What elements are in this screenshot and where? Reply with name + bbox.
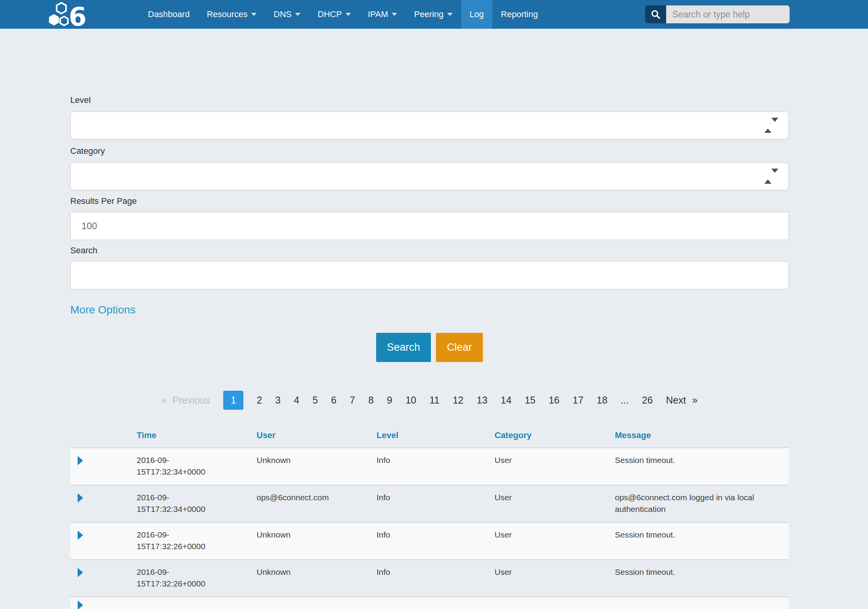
pagination-ellipsis: ... bbox=[621, 395, 629, 406]
nav-item-dns[interactable]: DNS bbox=[265, 0, 309, 29]
cell-user: Unknown bbox=[257, 523, 377, 559]
top-navbar: 6 DashboardResourcesDNSDHCPIPAMPeeringLo… bbox=[0, 0, 868, 29]
pagination: « Previous 123456789101112131415161718 .… bbox=[70, 390, 789, 410]
next-arrow-icon: » bbox=[692, 395, 698, 406]
expand-cell bbox=[70, 448, 137, 485]
log-page: Level Category Results Per Page Search M… bbox=[0, 96, 789, 609]
next-label: Next bbox=[666, 395, 686, 406]
expand-row-icon[interactable] bbox=[78, 531, 83, 540]
pagination-page-2[interactable]: 2 bbox=[257, 395, 262, 406]
cell-level: Info bbox=[377, 560, 495, 597]
pagination-page-12[interactable]: 12 bbox=[453, 395, 464, 406]
cell-level: Info bbox=[377, 448, 495, 485]
pagination-next[interactable]: Next » bbox=[666, 395, 698, 406]
expand-cell bbox=[70, 523, 137, 559]
cell-message: ops@6connect.com logged in via local aut… bbox=[615, 485, 789, 522]
nav-item-peering[interactable]: Peering bbox=[406, 0, 461, 29]
expand-row-icon[interactable] bbox=[78, 456, 83, 465]
cell-level: Info bbox=[377, 523, 495, 559]
cell-message: Session timeout. bbox=[615, 448, 789, 485]
pagination-page-16[interactable]: 16 bbox=[549, 395, 559, 406]
pagination-page-14[interactable]: 14 bbox=[501, 395, 512, 406]
nav-item-reporting[interactable]: Reporting bbox=[492, 0, 546, 29]
expand-cell bbox=[70, 560, 137, 597]
chevron-down-icon bbox=[295, 13, 300, 16]
more-options-link[interactable]: More Options bbox=[70, 303, 135, 317]
pagination-page-8[interactable]: 8 bbox=[368, 395, 374, 406]
column-header-user[interactable]: User bbox=[257, 429, 377, 447]
pagination-page-3[interactable]: 3 bbox=[275, 395, 281, 406]
table-row-partial bbox=[70, 597, 789, 609]
help-search-input[interactable] bbox=[666, 5, 790, 23]
category-select[interactable] bbox=[70, 162, 789, 190]
column-header-message[interactable]: Message bbox=[615, 429, 789, 447]
pagination-page-11[interactable]: 11 bbox=[429, 395, 439, 406]
nav-item-label: DHCP bbox=[318, 9, 342, 19]
cell-message: Session timeout. bbox=[615, 523, 789, 559]
form-buttons: Search Clear bbox=[70, 333, 789, 362]
pagination-previous[interactable]: « Previous bbox=[161, 395, 210, 406]
chevron-down-icon bbox=[447, 13, 453, 16]
table-row: 2016-09-15T17:32:34+0000ops@6connect.com… bbox=[70, 485, 789, 522]
level-label: Level bbox=[70, 96, 789, 105]
pagination-page-15[interactable]: 15 bbox=[525, 395, 536, 406]
nav-item-label: Reporting bbox=[501, 9, 538, 19]
expand-row-icon[interactable] bbox=[78, 568, 83, 577]
nav-item-label: Dashboard bbox=[148, 9, 190, 19]
cell-time: 2016-09-15T17:32:34+0000 bbox=[137, 448, 257, 485]
chevron-down-icon bbox=[345, 13, 351, 16]
nav-item-label: Log bbox=[470, 9, 484, 19]
header-spacer bbox=[70, 429, 137, 447]
column-header-category[interactable]: Category bbox=[495, 429, 615, 447]
main-nav: DashboardResourcesDNSDHCPIPAMPeeringLogR… bbox=[139, 0, 547, 29]
pagination-page-13[interactable]: 13 bbox=[477, 395, 488, 406]
nav-item-dashboard[interactable]: Dashboard bbox=[139, 0, 198, 29]
pagination-page-5[interactable]: 5 bbox=[312, 395, 318, 406]
level-select[interactable] bbox=[70, 111, 789, 139]
pagination-page-last[interactable]: 26 bbox=[642, 395, 653, 406]
cell-time: 2016-09-15T17:32:26+0000 bbox=[137, 523, 257, 559]
expand-row-icon[interactable] bbox=[78, 600, 83, 609]
pagination-page-4[interactable]: 4 bbox=[294, 395, 299, 406]
pagination-page-9[interactable]: 9 bbox=[387, 395, 392, 406]
cell-category: User bbox=[495, 448, 615, 485]
cell-user: Unknown bbox=[257, 560, 377, 597]
search-button[interactable]: Search bbox=[376, 333, 431, 362]
nav-item-dhcp[interactable]: DHCP bbox=[309, 0, 359, 29]
pagination-page-7[interactable]: 7 bbox=[350, 395, 355, 406]
search-icon[interactable] bbox=[645, 5, 666, 23]
column-header-level[interactable]: Level bbox=[377, 429, 495, 447]
search-field-input[interactable] bbox=[70, 261, 789, 289]
nav-item-ipam[interactable]: IPAM bbox=[359, 0, 406, 29]
nav-item-resources[interactable]: Resources bbox=[198, 0, 265, 29]
category-label: Category bbox=[70, 146, 789, 156]
pagination-page-10[interactable]: 10 bbox=[405, 395, 416, 406]
pagination-page-6[interactable]: 6 bbox=[331, 395, 337, 406]
pagination-page-1[interactable]: 1 bbox=[223, 391, 243, 410]
pagination-page-17[interactable]: 17 bbox=[573, 395, 583, 406]
expand-row-icon[interactable] bbox=[78, 493, 83, 503]
hexagon-logo-icon: 6 bbox=[49, 2, 86, 27]
log-table-body: 2016-09-15T17:32:34+0000UnknownInfoUserS… bbox=[70, 447, 789, 597]
cell-category: User bbox=[495, 523, 615, 559]
6connect-logo[interactable]: 6 bbox=[0, 0, 86, 29]
results-per-page-input[interactable] bbox=[70, 212, 789, 240]
nav-item-log[interactable]: Log bbox=[461, 0, 493, 29]
select-spinner-icon bbox=[764, 122, 778, 129]
nav-item-label: Peering bbox=[414, 9, 444, 19]
cell-category: User bbox=[495, 560, 615, 597]
nav-item-label: Resources bbox=[207, 9, 248, 19]
column-header-time[interactable]: Time bbox=[137, 429, 257, 447]
chevron-down-icon bbox=[251, 13, 257, 16]
cell-message: Session timeout. bbox=[615, 560, 789, 597]
nav-item-label: IPAM bbox=[368, 9, 388, 19]
previous-arrow-icon: « bbox=[161, 395, 167, 406]
magnifier-glyph bbox=[651, 9, 661, 19]
expand-cell bbox=[70, 485, 137, 522]
cell-category: User bbox=[495, 485, 615, 522]
pagination-page-18[interactable]: 18 bbox=[597, 395, 608, 406]
cell-user: Unknown bbox=[257, 448, 377, 485]
nav-item-label: DNS bbox=[274, 9, 292, 19]
cell-time: 2016-09-15T17:32:34+0000 bbox=[137, 485, 257, 522]
clear-button[interactable]: Clear bbox=[436, 333, 483, 362]
